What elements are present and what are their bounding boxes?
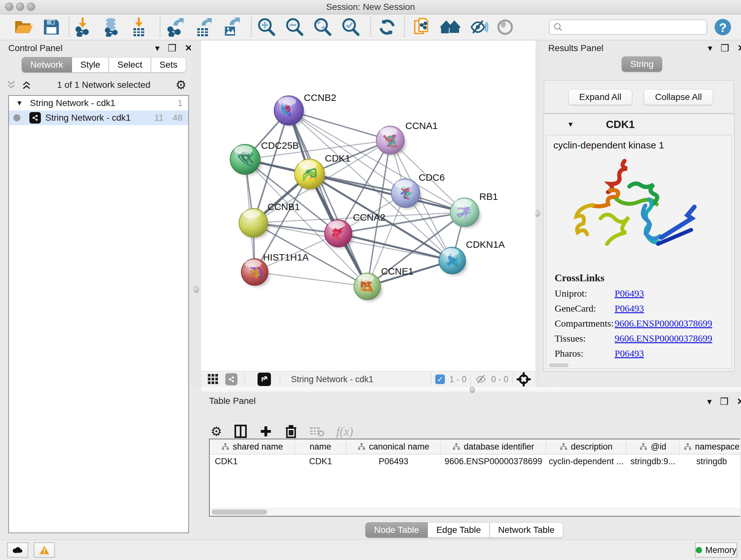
- column-header-canonical-name[interactable]: canonical name: [346, 439, 441, 454]
- zoom-selected-icon[interactable]: [340, 17, 362, 37]
- table-cell[interactable]: CDK1: [295, 454, 346, 469]
- network-node-RB1[interactable]: RB1: [450, 191, 498, 228]
- expand-all-icon[interactable]: [6, 79, 17, 90]
- tab-sets[interactable]: Sets: [151, 57, 186, 72]
- table-gear-icon[interactable]: ⚙: [211, 424, 222, 439]
- export-image-icon[interactable]: [219, 17, 242, 37]
- tab-node-table[interactable]: Node Table: [365, 522, 428, 538]
- table-panel-menu-icon[interactable]: ▾: [707, 396, 712, 407]
- network-row[interactable]: String Network - cdk1 11 48: [9, 111, 188, 125]
- crosslink-link[interactable]: P06493: [615, 348, 644, 359]
- network-node-CDKN1A[interactable]: CDKN1A: [439, 239, 505, 275]
- crosslink-link[interactable]: P06493: [615, 303, 644, 314]
- crosslink-link[interactable]: P06493: [615, 288, 644, 299]
- add-column-icon[interactable]: [259, 425, 273, 438]
- clone-network-icon[interactable]: [411, 17, 433, 37]
- zoom-in-icon[interactable]: [255, 17, 278, 37]
- column-header-name[interactable]: name: [295, 439, 346, 454]
- network-canvas[interactable]: CCNB2CCNA1CDC25BCDK1CDC6RB1CCNB1CCNA2CDK…: [201, 41, 536, 371]
- entry-collapse-icon[interactable]: ▼: [567, 120, 574, 129]
- network-edge[interactable]: [338, 233, 452, 260]
- window-zoom-button[interactable]: [27, 3, 35, 11]
- table-panel-close-icon[interactable]: ✕: [737, 396, 741, 407]
- sphere-icon[interactable]: [494, 17, 516, 37]
- table-row[interactable]: CDK1CDK1P064939606.ENSP00000378699cyclin…: [210, 454, 740, 469]
- save-session-icon[interactable]: [40, 17, 63, 37]
- collapse-all-icon[interactable]: [21, 79, 32, 90]
- expand-all-button[interactable]: Expand All: [568, 89, 632, 105]
- selected-checkbox-icon[interactable]: ✓: [435, 374, 445, 384]
- network-node-CDK1[interactable]: CDK1: [294, 153, 350, 190]
- search-input[interactable]: [549, 19, 707, 35]
- network-node-CCNB1[interactable]: CCNB1: [239, 201, 300, 239]
- tab-network[interactable]: Network: [22, 57, 72, 72]
- help-icon[interactable]: ?: [712, 17, 734, 37]
- tab-string[interactable]: String: [622, 57, 662, 72]
- tab-select[interactable]: Select: [109, 57, 151, 72]
- network-node-CCNE1[interactable]: CCNE1: [354, 266, 414, 301]
- view-grid-icon[interactable]: [207, 373, 219, 386]
- crosshair-icon[interactable]: [516, 372, 531, 387]
- export-network-icon[interactable]: [163, 17, 186, 37]
- table-cell[interactable]: cyclin-dependent ...: [546, 454, 626, 469]
- houses-icon[interactable]: [439, 17, 461, 37]
- window-close-button[interactable]: [5, 3, 13, 11]
- open-session-icon[interactable]: [13, 17, 35, 37]
- results-panel-menu-icon[interactable]: ▾: [708, 43, 712, 53]
- window-minimize-button[interactable]: [16, 3, 24, 11]
- node-label-CCNB2: CCNB2: [304, 92, 336, 103]
- collapse-all-button[interactable]: Collapse All: [644, 89, 713, 105]
- results-scrollbar-thumb[interactable]: [549, 363, 569, 367]
- network-type-badge-icon[interactable]: [225, 373, 238, 385]
- column-header--id[interactable]: @id: [626, 439, 680, 454]
- zoom-fit-icon[interactable]: [312, 17, 334, 37]
- table-panel-float-icon[interactable]: ❒: [720, 396, 729, 407]
- control-panel-float-icon[interactable]: ❒: [168, 43, 177, 54]
- column-header-namespace[interactable]: namespace: [680, 439, 741, 454]
- tab-style[interactable]: Style: [72, 57, 109, 72]
- left-splitter-handle[interactable]: [194, 287, 199, 293]
- column-header-shared-name[interactable]: shared name: [210, 439, 295, 454]
- horizontal-splitter[interactable]: [201, 387, 741, 392]
- tab-network-table[interactable]: Network Table: [489, 522, 563, 538]
- results-panel-close-icon[interactable]: ✕: [738, 43, 741, 53]
- column-header-description[interactable]: description: [546, 439, 626, 454]
- tab-edge-table[interactable]: Edge Table: [428, 522, 489, 538]
- results-panel-float-icon[interactable]: ❒: [721, 43, 729, 54]
- refresh-icon[interactable]: [376, 17, 398, 37]
- right-splitter[interactable]: [536, 41, 539, 387]
- hide-eye-icon[interactable]: [467, 17, 489, 37]
- results-entry-header[interactable]: ▼ CDK1: [543, 114, 734, 135]
- import-network-database-icon[interactable]: [99, 17, 122, 37]
- table-cell[interactable]: stringdb:9...: [626, 454, 680, 469]
- memory-button[interactable]: Memory: [695, 543, 737, 558]
- crosslink-link[interactable]: 9606.ENSP00000378699: [615, 318, 712, 329]
- show-columns-icon[interactable]: [234, 424, 247, 438]
- network-node-HIST1H1A[interactable]: HIST1H1A: [241, 252, 309, 287]
- import-network-icon[interactable]: [71, 17, 94, 37]
- collection-collapse-icon[interactable]: ▼: [16, 99, 23, 107]
- control-panel-menu-icon[interactable]: ▾: [155, 43, 159, 53]
- table-hscrollbar-thumb[interactable]: [212, 509, 267, 515]
- export-table-icon[interactable]: [192, 17, 214, 37]
- table-cell[interactable]: P06493: [346, 454, 441, 469]
- delete-column-icon[interactable]: [285, 424, 297, 438]
- import-table-icon[interactable]: [128, 17, 150, 37]
- open-in-window-icon[interactable]: [258, 373, 271, 386]
- network-edge[interactable]: [255, 272, 367, 287]
- zoom-out-icon[interactable]: [283, 17, 306, 37]
- cloud-button[interactable]: [7, 543, 28, 558]
- network-collection-row[interactable]: ▼ String Network - cdk1 1: [9, 96, 188, 111]
- table-cell[interactable]: 9606.ENSP00000378699: [441, 454, 546, 469]
- network-options-gear-icon[interactable]: ⚙: [176, 78, 186, 92]
- network-node-CCNA1[interactable]: CCNA1: [376, 120, 438, 155]
- column-header-database-identifier[interactable]: database identifier: [441, 439, 546, 454]
- left-splitter[interactable]: [191, 41, 201, 387]
- search-input-field[interactable]: [563, 22, 706, 33]
- node-table[interactable]: shared namenamecanonical namedatabase id…: [209, 439, 740, 516]
- table-cell[interactable]: CDK1: [210, 454, 295, 469]
- table-cell[interactable]: stringdb: [680, 454, 741, 469]
- warning-button[interactable]: [34, 543, 55, 558]
- table-hscrollbar[interactable]: [210, 508, 740, 516]
- crosslink-link[interactable]: 9606.ENSP00000378699: [615, 333, 712, 344]
